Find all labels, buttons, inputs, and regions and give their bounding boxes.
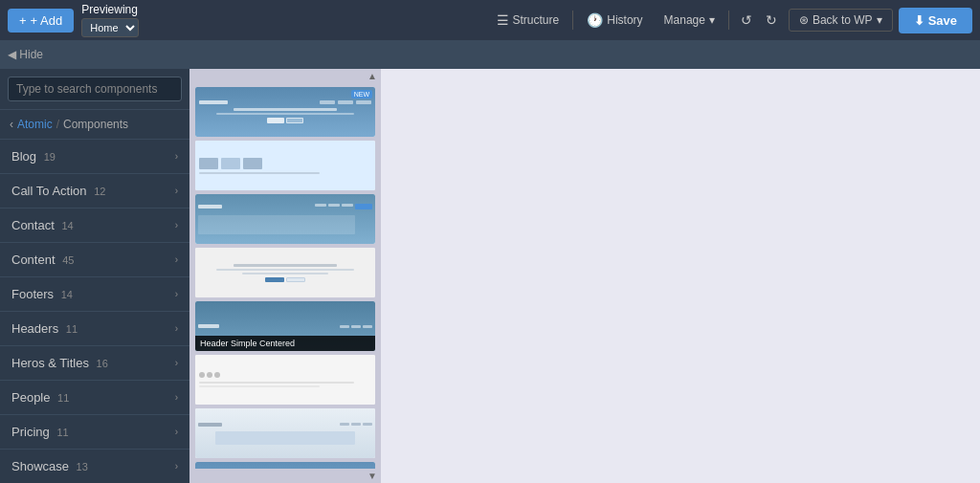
add-button[interactable]: + + Add: [8, 9, 74, 33]
undo-button[interactable]: ↺: [735, 9, 758, 32]
category-label: Footers 14: [11, 287, 73, 301]
component-thumb[interactable]: [195, 248, 375, 297]
component-thumb[interactable]: [195, 408, 375, 458]
breadcrumb-components: Components: [63, 118, 128, 131]
chevron-right-icon: ›: [175, 461, 178, 472]
component-thumb[interactable]: [195, 194, 375, 244]
sidebar-category-item[interactable]: People 11 ›: [0, 381, 189, 415]
hide-label: ◀ Hide: [8, 48, 43, 61]
chevron-right-icon: ›: [175, 151, 178, 162]
chevron-right-icon: ›: [175, 186, 178, 196]
chevron-right-icon: ›: [175, 220, 178, 231]
category-label: People 11: [11, 390, 69, 405]
component-thumb-header-simple[interactable]: Header Simple Centered: [195, 301, 375, 351]
divider-2: [728, 11, 729, 30]
category-label: Call To Action 12: [11, 184, 105, 198]
components-list: Blog 19 › Call To Action 12 › Contact 14…: [0, 140, 189, 483]
manage-button[interactable]: Manage ▾: [657, 10, 723, 31]
save-icon: ⬇: [914, 13, 924, 28]
breadcrumb-back-icon[interactable]: ‹: [10, 118, 13, 131]
category-label: Contact 14: [11, 218, 74, 232]
breadcrumb-atomic[interactable]: Atomic: [17, 118, 53, 131]
chevron-right-icon: ›: [175, 289, 178, 299]
plus-icon: +: [19, 13, 27, 28]
sidebar-category-item[interactable]: Showcase 13 ›: [0, 450, 189, 483]
tooltip-text: Header Simple Centered: [200, 339, 295, 348]
search-input[interactable]: [8, 77, 182, 101]
search-bar: [0, 69, 189, 110]
wp-icon: ⊛: [799, 13, 809, 27]
sidebar-category-item[interactable]: Blog 19 ›: [0, 140, 189, 174]
sidebar-category-item[interactable]: Pricing 11 ›: [0, 415, 189, 450]
thumb-badge: NEW: [351, 90, 372, 99]
page-selector[interactable]: Home: [81, 18, 139, 37]
breadcrumb: ‹ Atomic / Components: [0, 110, 189, 140]
redo-button[interactable]: ↻: [760, 9, 783, 32]
add-label: + Add: [31, 13, 63, 28]
chevron-right-icon: ›: [175, 392, 178, 403]
history-label: History: [607, 13, 642, 27]
sidebar-category-item[interactable]: Contact 14 ›: [0, 209, 189, 243]
component-tooltip: Header Simple Centered: [195, 336, 375, 351]
scroll-top-arrow: ▲: [189, 69, 381, 83]
component-thumb[interactable]: NEW: [195, 87, 375, 137]
category-label: Showcase 13: [11, 459, 88, 473]
main-layout: ‹ Atomic / Components Blog 19 › Call To …: [0, 69, 980, 483]
top-bar-right: ☰ Structure 🕐 History Manage ▾ ↺ ↻ ⊛ Bac…: [489, 8, 972, 33]
chevron-down-icon: ▾: [709, 13, 715, 27]
category-label: Heros & Titles 16: [11, 356, 108, 370]
top-bar: + + Add Previewing Home ☰ Structure 🕐 Hi…: [0, 0, 980, 40]
category-label: Pricing 11: [11, 425, 69, 439]
category-label: Headers 11: [11, 321, 78, 336]
category-label: Content 45: [11, 252, 74, 267]
back-to-wp-label: Back to WP: [813, 13, 873, 27]
component-thumb[interactable]: [195, 141, 375, 190]
structure-label: Structure: [513, 13, 560, 27]
structure-button[interactable]: ☰ Structure: [489, 9, 568, 32]
history-button[interactable]: 🕐 History: [579, 9, 650, 32]
sub-bar: ◀ Hide: [0, 40, 980, 69]
save-label: Save: [928, 13, 957, 28]
hide-button[interactable]: ◀ Hide: [8, 48, 43, 61]
chevron-right-icon: ›: [175, 254, 178, 265]
scroll-bottom-arrow: ▼: [189, 469, 381, 483]
undo-redo-group: ↺ ↻: [735, 9, 783, 32]
chevron-down-icon-2: ▾: [877, 13, 882, 27]
sidebar-category-item[interactable]: Headers 11 ›: [0, 312, 189, 346]
breadcrumb-sep: /: [56, 118, 59, 131]
preview-info: Previewing Home: [81, 3, 139, 37]
sidebar: ‹ Atomic / Components Blog 19 › Call To …: [0, 69, 189, 483]
previewing-label: Previewing: [81, 3, 139, 18]
chevron-right-icon: ›: [175, 427, 178, 437]
sidebar-category-item[interactable]: Content 45 ›: [0, 243, 189, 277]
divider-1: [572, 11, 573, 30]
component-thumb[interactable]: [195, 355, 375, 405]
chevron-right-icon: ›: [175, 358, 178, 368]
chevron-right-icon: ›: [175, 323, 178, 334]
save-button[interactable]: ⬇ Save: [899, 8, 972, 33]
structure-icon: ☰: [497, 12, 509, 28]
category-label: Blog 19: [11, 149, 56, 164]
manage-label: Manage: [664, 13, 705, 27]
history-icon: 🕐: [587, 12, 603, 28]
middle-panel: ▲: [189, 69, 381, 483]
sidebar-category-item[interactable]: Call To Action 12 ›: [0, 174, 189, 209]
back-to-wp-button[interactable]: ⊛ Back to WP ▾: [789, 9, 893, 32]
sidebar-category-item[interactable]: Heros & Titles 16 ›: [0, 346, 189, 381]
sidebar-category-item[interactable]: Footers 14 ›: [0, 277, 189, 312]
canvas-area: [381, 69, 980, 483]
